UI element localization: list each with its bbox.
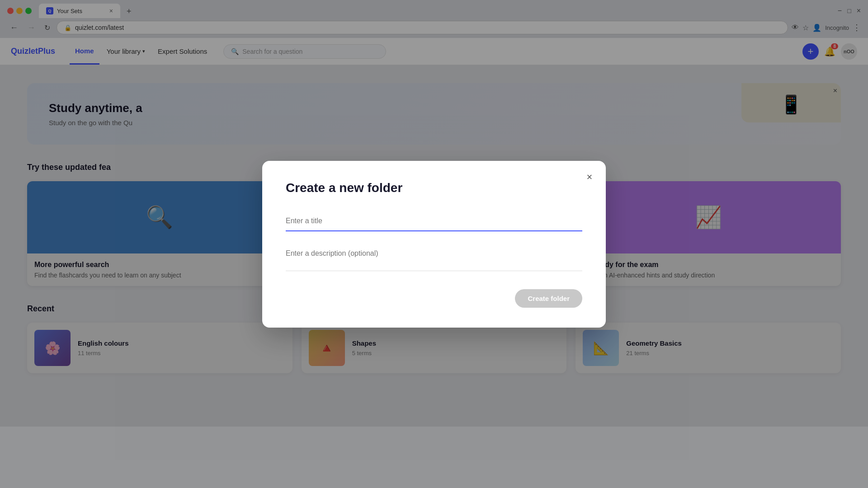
modal: × Create a new folder Create folder [262,161,606,328]
modal-title: Create a new folder [286,181,582,195]
create-folder-btn[interactable]: Create folder [515,289,582,308]
modal-description-input[interactable] [286,244,582,271]
modal-overlay[interactable]: × Create a new folder Create folder [0,0,868,488]
modal-footer: Create folder [286,289,582,308]
modal-title-input[interactable] [286,211,582,231]
modal-close-btn[interactable]: × [581,169,598,185]
